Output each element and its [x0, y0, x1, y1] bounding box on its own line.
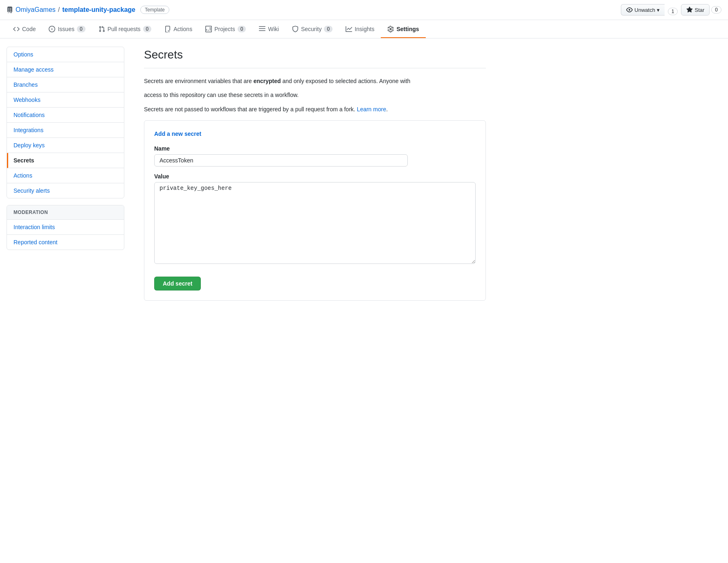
star-icon — [686, 7, 693, 13]
watch-count: 1 — [668, 8, 678, 15]
header-actions: Unwatch ▾ 1 Star 0 — [621, 4, 721, 16]
sidebar-item-manage-access[interactable]: Manage access — [7, 62, 124, 77]
description-3: Secrets are not passed to workflows that… — [144, 105, 486, 114]
sidebar-item-options[interactable]: Options — [7, 47, 124, 62]
sidebar-item-security-alerts[interactable]: Security alerts — [7, 183, 124, 198]
name-label: Name — [154, 145, 476, 152]
pr-badge: 0 — [143, 26, 152, 32]
moderation-header: Moderation — [7, 205, 124, 220]
star-button-group: Star 0 — [681, 4, 721, 16]
value-textarea[interactable] — [154, 182, 476, 264]
sidebar-item-notifications[interactable]: Notifications — [7, 108, 124, 123]
sidebar-item-interaction-limits[interactable]: Interaction limits — [7, 220, 124, 235]
sidebar-moderation-section: Moderation Interaction limits Reported c… — [7, 205, 124, 250]
repo-name-link[interactable]: template-unity-package — [62, 6, 135, 14]
star-count: 0 — [711, 6, 721, 14]
sidebar-item-branches[interactable]: Branches — [7, 77, 124, 92]
template-badge: Template — [140, 6, 169, 14]
header: OmiyaGames / template-unity-package Temp… — [0, 0, 728, 20]
repo-icon — [7, 7, 13, 13]
description-1: Secrets are environment variables that a… — [144, 77, 486, 86]
sidebar-main-section: Options Manage access Branches Webhooks … — [7, 47, 124, 198]
org-name-link[interactable]: OmiyaGames — [16, 6, 56, 14]
tab-code[interactable]: Code — [7, 20, 42, 38]
main-layout: Options Manage access Branches Webhooks … — [0, 38, 728, 544]
path-separator: / — [58, 6, 60, 14]
tab-actions[interactable]: Actions — [158, 20, 199, 38]
learn-more-link[interactable]: Learn more — [357, 106, 386, 113]
sidebar-item-integrations[interactable]: Integrations — [7, 123, 124, 138]
code-icon — [13, 26, 20, 32]
projects-badge: 0 — [238, 26, 246, 32]
main-content: Secrets Secrets are environment variable… — [131, 38, 499, 544]
issues-badge: 0 — [77, 26, 85, 32]
repo-path: OmiyaGames / template-unity-package Temp… — [7, 6, 169, 14]
star-label: Star — [694, 7, 704, 13]
page-title: Secrets — [144, 48, 486, 68]
sidebar-item-reported-content[interactable]: Reported content — [7, 235, 124, 250]
add-secret-link[interactable]: Add a new secret — [154, 131, 476, 137]
watch-label: Unwatch — [634, 7, 655, 13]
secret-form-container: Add a new secret Name Value Add secret — [144, 120, 486, 301]
insights-icon — [346, 26, 352, 32]
description-2: access to this repository can use these … — [144, 90, 486, 99]
star-button[interactable]: Star — [681, 4, 710, 16]
encrypted-text: encrypted — [254, 78, 281, 84]
watch-button-group: Unwatch ▾ 1 — [621, 4, 678, 16]
tab-nav: Code Issues 0 Pull requests 0 Actions Pr… — [0, 20, 728, 38]
eye-icon — [626, 7, 633, 13]
security-icon — [292, 26, 299, 32]
settings-icon — [387, 26, 394, 32]
projects-icon — [205, 26, 212, 32]
value-form-group: Value — [154, 173, 476, 265]
watch-button[interactable]: Unwatch ▾ — [621, 4, 665, 16]
add-secret-button[interactable]: Add secret — [154, 277, 201, 291]
security-badge: 0 — [324, 26, 333, 32]
name-form-group: Name — [154, 145, 476, 167]
sidebar-item-actions[interactable]: Actions — [7, 168, 124, 183]
tab-insights[interactable]: Insights — [339, 20, 381, 38]
tab-issues[interactable]: Issues 0 — [42, 20, 92, 38]
tab-wiki[interactable]: Wiki — [252, 20, 285, 38]
tab-projects[interactable]: Projects 0 — [199, 20, 252, 38]
name-input[interactable] — [154, 154, 408, 167]
pr-icon — [99, 26, 105, 32]
sidebar-item-webhooks[interactable]: Webhooks — [7, 92, 124, 108]
issue-icon — [49, 26, 55, 32]
tab-security[interactable]: Security 0 — [285, 20, 339, 38]
tab-pull-requests[interactable]: Pull requests 0 — [92, 20, 158, 38]
sidebar: Options Manage access Branches Webhooks … — [0, 38, 131, 544]
sidebar-item-deploy-keys[interactable]: Deploy keys — [7, 138, 124, 153]
wiki-icon — [259, 26, 265, 32]
tab-settings[interactable]: Settings — [381, 20, 425, 38]
value-label: Value — [154, 173, 476, 180]
actions-icon — [164, 26, 171, 32]
sidebar-item-secrets[interactable]: Secrets — [7, 153, 124, 168]
